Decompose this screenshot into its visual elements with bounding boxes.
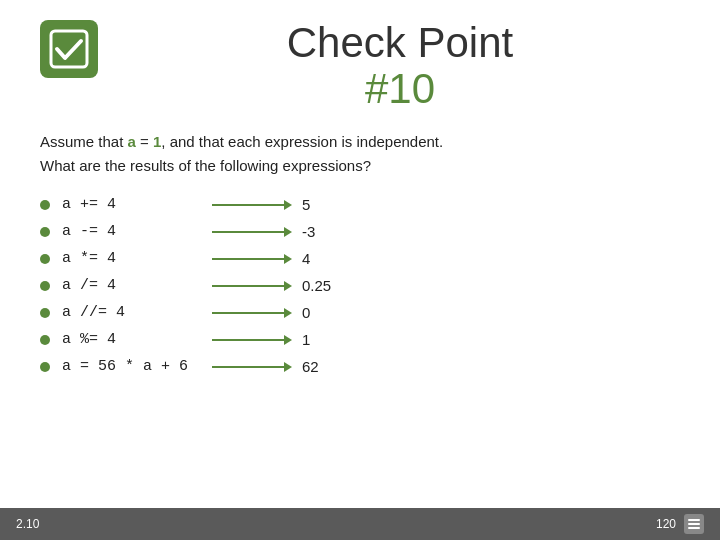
list-item: a %= 4 1 [40, 331, 680, 348]
intro-line2: What are the results of the following ex… [40, 157, 371, 174]
expr-code: a = 56 * a + 6 [62, 358, 202, 375]
slide-number-left: 2.10 [16, 517, 39, 531]
list-item: a *= 4 4 [40, 250, 680, 267]
intro-line1: Assume that a = 1, and that each express… [40, 133, 443, 150]
expr-result: 0.25 [302, 277, 362, 294]
logo-box [40, 20, 98, 78]
bullet-icon [40, 281, 50, 291]
bullet-icon [40, 362, 50, 372]
arrow-icon [212, 308, 292, 318]
val-1: 1 [153, 133, 161, 150]
title-main: Check Point [120, 20, 680, 66]
svg-rect-3 [688, 527, 700, 529]
list-item: a += 4 5 [40, 196, 680, 213]
list-item: a //= 4 0 [40, 304, 680, 321]
arrow-icon [212, 362, 292, 372]
bullet-icon [40, 335, 50, 345]
var-a: a [128, 133, 136, 150]
title-block: Check Point #10 [120, 20, 680, 112]
expr-result: 5 [302, 196, 362, 213]
slide: Check Point #10 Assume that a = 1, and t… [0, 0, 720, 540]
expr-code: a -= 4 [62, 223, 202, 240]
menu-icon[interactable] [684, 514, 704, 534]
expr-result: -3 [302, 223, 362, 240]
expr-code: a *= 4 [62, 250, 202, 267]
list-item: a /= 4 0.25 [40, 277, 680, 294]
bullet-icon [40, 200, 50, 210]
bullet-icon [40, 254, 50, 264]
list-item: a -= 4 -3 [40, 223, 680, 240]
slide-number-right: 120 [656, 517, 676, 531]
expr-result: 4 [302, 250, 362, 267]
expression-list: a += 4 5 a -= 4 -3 a *= 4 [40, 196, 680, 375]
svg-rect-2 [688, 523, 700, 525]
expr-code: a += 4 [62, 196, 202, 213]
intro-text: Assume that a = 1, and that each express… [40, 130, 680, 178]
expr-code: a %= 4 [62, 331, 202, 348]
arrow-icon [212, 281, 292, 291]
arrow-icon [212, 335, 292, 345]
list-item: a = 56 * a + 6 62 [40, 358, 680, 375]
arrow-icon [212, 200, 292, 210]
logo [40, 20, 100, 80]
arrow-icon [212, 227, 292, 237]
expr-result: 0 [302, 304, 362, 321]
svg-rect-1 [688, 519, 700, 521]
menu-svg [687, 517, 701, 531]
bottom-bar: 2.10 120 [0, 508, 720, 540]
title-number: #10 [120, 66, 680, 112]
bullet-icon [40, 308, 50, 318]
expr-result: 1 [302, 331, 362, 348]
bullet-icon [40, 227, 50, 237]
arrow-icon [212, 254, 292, 264]
header: Check Point #10 [40, 20, 680, 112]
checkbox-icon [49, 29, 89, 69]
expr-result: 62 [302, 358, 362, 375]
bottom-bar-right: 120 [656, 514, 704, 534]
expr-code: a //= 4 [62, 304, 202, 321]
expr-code: a /= 4 [62, 277, 202, 294]
